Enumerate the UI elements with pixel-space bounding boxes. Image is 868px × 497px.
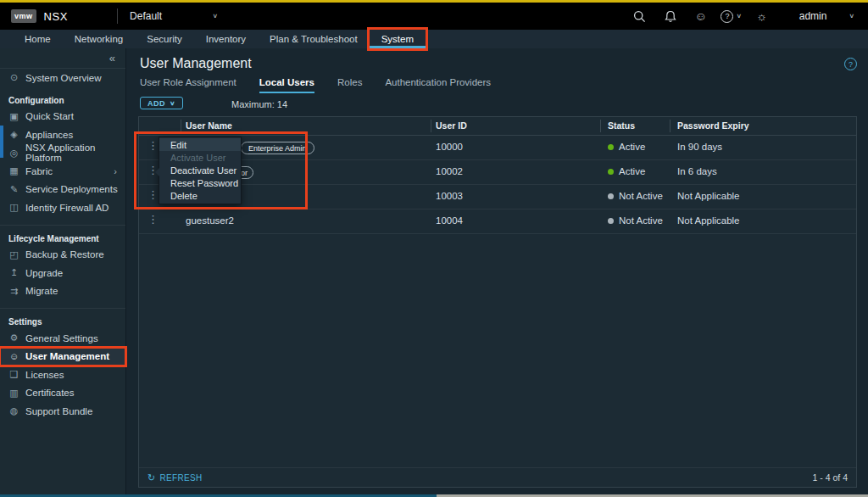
status-dot [608,169,614,175]
sidebar-item-certificates[interactable]: ▥ Certificates [0,384,125,403]
left-edge-scroll-indicator[interactable] [0,126,3,158]
sidebar-section-settings: Settings [0,309,125,329]
tab-user-role-assignment[interactable]: User Role Assignment [140,77,236,93]
sidebar-item-nsx-application-platform[interactable]: ◎ NSX Application Platform [0,144,125,163]
table-row: ⋮ guestuser2 10004 Not Active Not Applic… [139,209,856,234]
sidebar-item-system-overview[interactable]: ⊙ System Overview [0,69,125,87]
upgrade-icon: ↥ [8,267,19,278]
menu-item-deactivate-user[interactable]: Deactivate User [159,164,241,176]
user-name-cell: guestuser2 [186,215,234,226]
sidebar-section-lifecycle-management: Lifecycle Management [0,226,125,246]
tab-roles[interactable]: Roles [337,77,362,93]
project-dropdown-value: Default [130,10,162,22]
add-user-button[interactable]: ADD ∨ [140,97,183,109]
status-cell: Not Active [608,191,663,201]
menu-item-delete[interactable]: Delete [159,190,241,203]
refresh-icon: ↻ [147,472,156,483]
row-actions-context-menu: Edit Activate User Deactivate User Reset… [159,137,242,204]
identity-firewall-icon: ◫ [8,202,19,213]
column-header-user-id: User ID [436,120,467,131]
sidebar-item-backup-restore[interactable]: ◰ Backup & Restore [0,246,125,265]
tab-authentication-providers[interactable]: Authentication Providers [385,77,491,93]
vmware-logo: vmw [11,9,36,23]
password-expiry-cell: In 6 days [677,166,717,176]
nav-tab-system[interactable]: System [370,30,426,48]
nav-tab-plan-troubleshoot[interactable]: Plan & Troubleshoot [258,30,370,48]
sidebar-header: « [0,48,125,69]
sidebar-item-label: Fabric [25,166,53,176]
sidebar-item-general-settings[interactable]: ⚙ General Settings [0,329,125,348]
nav-tab-home[interactable]: Home [13,30,63,48]
sidebar-item-support-bundle[interactable]: ◍ Support Bundle [0,402,125,421]
sidebar-item-label: Upgrade [25,268,63,278]
page-title: User Management [140,56,252,71]
help-menu[interactable]: ? ∨ [716,10,747,23]
user-menu[interactable]: admin ∨ [799,10,854,22]
column-divider [670,120,670,132]
status-label: Active [619,166,645,176]
status-cell: Active [608,142,645,152]
chevron-down-icon: ∨ [736,13,742,20]
quick-start-icon: ▣ [8,111,19,122]
sidebar-item-appliances[interactable]: ◈ Appliances [0,126,125,144]
collapse-sidebar-icon[interactable]: « [109,52,115,64]
appliances-icon: ◈ [8,129,19,140]
password-expiry-cell: Not Applicable [677,191,740,201]
menu-item-reset-password[interactable]: Reset Password [159,177,241,190]
refresh-button[interactable]: ↻ REFRESH [147,472,202,483]
row-actions-kebab-icon[interactable]: ⋮ [147,188,156,203]
nsx-console-window: vmw NSX Default ∨ ☺ ? ∨ ☼ admin [0,0,868,497]
sidebar-item-service-deployments[interactable]: ✎ Service Deployments [0,181,125,199]
page-help-icon[interactable]: ? [844,58,857,70]
role-badge-enterprise-admin: Enterprise Admin [241,142,314,154]
status-cell: Not Active [608,215,663,226]
sidebar-item-identity-firewall-ad[interactable]: ◫ Identity Firewall AD [0,198,125,217]
feedback-smiley-icon[interactable]: ☺ [686,10,716,22]
general-settings-icon: ⚙ [8,332,19,343]
column-divider [181,120,181,132]
topbar-divider [117,8,118,24]
tab-local-users[interactable]: Local Users [259,77,314,93]
sidebar-item-label: Service Deployments [25,184,118,194]
product-name: NSX [44,10,69,23]
chevron-down-icon: ∨ [212,13,218,20]
licenses-icon: ❑ [8,369,19,380]
context-menu-pointer [155,168,159,176]
sidebar-item-fabric[interactable]: ▦ Fabric › [0,162,125,181]
top-accent-line [0,0,868,3]
sidebar-item-migrate[interactable]: ⇉ Migrate [0,282,125,301]
main-content: User Management ? User Role Assignment L… [126,48,868,497]
system-sidebar: « ⊙ System Overview Configuration ▣ Quic… [0,48,126,497]
sidebar-item-label: Migrate [25,286,58,296]
user-management-icon: ☺ [8,351,19,361]
row-actions-kebab-icon[interactable]: ⋮ [147,213,156,227]
sidebar-item-licenses[interactable]: ❑ Licenses [0,366,125,384]
sidebar-item-upgrade[interactable]: ↥ Upgrade [0,264,125,282]
column-header-user-name: User Name [186,120,232,131]
sidebar-item-label: Certificates [25,388,75,398]
notifications-bell-icon[interactable] [655,10,686,23]
project-dropdown[interactable]: Default ∨ [130,10,218,22]
status-label: Not Active [619,215,663,226]
sidebar-item-user-management[interactable]: ☺ User Management [0,348,125,366]
theme-toggle-sun-icon[interactable]: ☼ [747,10,777,22]
top-bar: vmw NSX Default ∨ ☺ ? ∨ ☼ admin [0,3,868,30]
password-expiry-cell: In 90 days [677,142,722,152]
status-dot [608,218,614,224]
table-row: ⋮ 10003 Not Active Not Applicable [139,184,856,209]
menu-item-edit[interactable]: Edit [159,138,241,151]
column-divider [600,120,601,132]
row-actions-kebab-icon[interactable]: ⋮ [147,139,156,154]
sidebar-item-quick-start[interactable]: ▣ Quick Start [0,108,125,126]
user-id-cell: 10003 [436,191,463,201]
nav-tab-security[interactable]: Security [135,30,194,48]
user-id-cell: 10002 [436,166,463,176]
nav-tab-inventory[interactable]: Inventory [194,30,258,48]
nav-tab-networking[interactable]: Networking [63,30,136,48]
local-users-table: User Name User ID Status Password Expiry… [138,116,857,488]
search-icon[interactable] [625,10,655,23]
sidebar-item-label: Identity Firewall AD [25,203,108,213]
topbar-actions: ☺ ? ∨ ☼ admin ∨ [625,10,854,23]
menu-item-activate-user: Activate User [159,151,241,164]
column-divider [431,120,431,132]
